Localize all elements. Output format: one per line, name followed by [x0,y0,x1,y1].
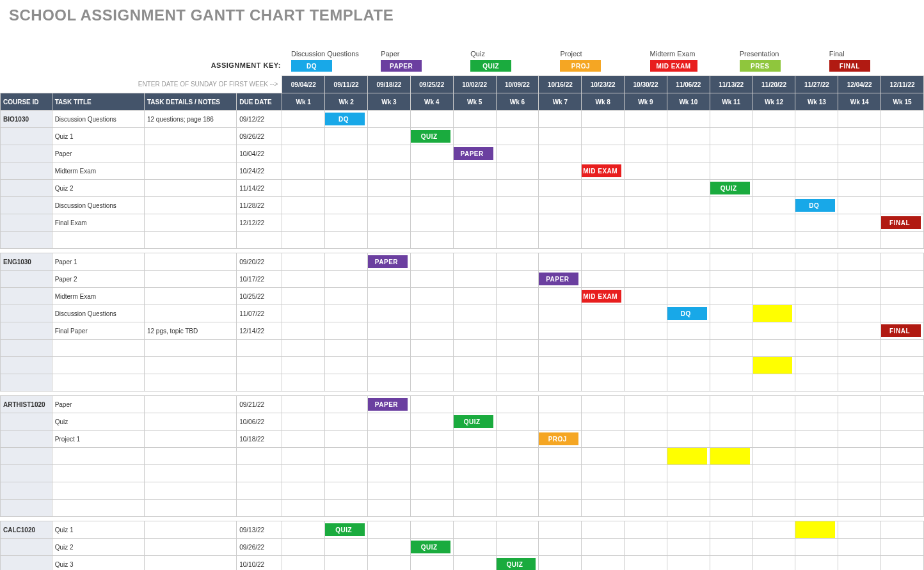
gantt-cell[interactable] [625,340,667,357]
gantt-cell[interactable] [282,340,325,357]
notes-cell[interactable] [144,556,236,571]
gantt-cell[interactable] [282,214,325,232]
gantt-cell[interactable] [838,521,881,539]
gantt-cell[interactable]: MID EXAM [582,162,625,180]
gantt-cell[interactable] [710,214,753,232]
gantt-cell[interactable] [539,180,582,197]
gantt-cell[interactable] [838,500,881,517]
gantt-cell[interactable] [539,162,582,180]
gantt-cell[interactable] [282,162,325,180]
gantt-cell[interactable] [753,197,795,214]
gantt-cell[interactable] [368,305,411,322]
gantt-cell[interactable] [881,271,924,288]
gantt-cell[interactable] [539,232,582,249]
gantt-cell[interactable] [582,214,625,232]
gantt-cell[interactable] [710,482,753,500]
gantt-cell[interactable] [410,305,453,322]
gantt-cell[interactable] [667,288,710,305]
task-cell[interactable]: Project 1 [52,431,144,448]
gantt-cell[interactable] [282,288,325,305]
gantt-cell[interactable] [410,145,453,162]
gantt-cell[interactable] [625,396,667,413]
due-cell[interactable]: 10/06/22 [237,413,282,431]
course-cell[interactable] [1,465,52,482]
gantt-cell[interactable] [710,162,753,180]
gantt-cell[interactable] [496,111,539,128]
course-cell[interactable] [1,162,52,180]
notes-cell[interactable] [144,413,236,431]
notes-cell[interactable] [144,521,236,539]
gantt-cell[interactable] [539,374,582,392]
gantt-cell[interactable] [710,465,753,482]
gantt-cell[interactable] [881,232,924,249]
gantt-cell[interactable] [753,305,795,322]
due-cell[interactable]: 09/20/22 [237,253,282,271]
gantt-cell[interactable] [453,396,496,413]
notes-cell[interactable] [144,305,236,322]
gantt-cell[interactable] [325,448,368,465]
gantt-cell[interactable] [582,145,625,162]
gantt-cell[interactable] [325,322,368,340]
gantt-cell[interactable] [625,128,667,145]
gantt-cell[interactable] [368,232,411,249]
gantt-cell[interactable] [282,521,325,539]
gantt-cell[interactable] [539,197,582,214]
gantt-cell[interactable] [496,413,539,431]
gantt-cell[interactable] [838,322,881,340]
gantt-cell[interactable] [325,413,368,431]
gantt-cell[interactable] [667,128,710,145]
gantt-cell[interactable] [881,482,924,500]
gantt-cell[interactable] [625,482,667,500]
gantt-cell[interactable] [582,374,625,392]
gantt-cell[interactable] [368,357,411,374]
task-cell[interactable]: Quiz 2 [52,180,144,197]
notes-cell[interactable] [144,500,236,517]
gantt-cell[interactable] [453,111,496,128]
due-cell[interactable]: 10/17/22 [237,271,282,288]
gantt-cell[interactable] [453,340,496,357]
gantt-cell[interactable] [539,128,582,145]
gantt-cell[interactable] [453,465,496,482]
gantt-cell[interactable] [795,232,838,249]
gantt-cell[interactable] [881,500,924,517]
gantt-cell[interactable] [582,180,625,197]
due-cell[interactable] [237,500,282,517]
due-cell[interactable]: 09/26/22 [237,539,282,556]
gantt-cell[interactable] [496,374,539,392]
gantt-cell[interactable] [710,413,753,431]
gantt-cell[interactable] [625,431,667,448]
task-cell[interactable]: Discussion Questions [52,111,144,128]
gantt-cell[interactable] [282,396,325,413]
gantt-cell[interactable] [410,111,453,128]
date-header[interactable]: 12/04/22 [838,76,881,93]
gantt-cell[interactable] [667,340,710,357]
gantt-cell[interactable] [496,305,539,322]
gantt-cell[interactable] [753,322,795,340]
notes-cell[interactable] [144,340,236,357]
gantt-cell[interactable] [325,500,368,517]
gantt-cell[interactable] [625,232,667,249]
gantt-cell[interactable] [282,448,325,465]
due-cell[interactable] [237,340,282,357]
gantt-cell[interactable] [410,357,453,374]
gantt-cell[interactable] [282,253,325,271]
gantt-cell[interactable] [410,232,453,249]
course-cell[interactable] [1,448,52,465]
gantt-cell[interactable] [667,253,710,271]
gantt-cell[interactable] [838,413,881,431]
gantt-cell[interactable] [410,271,453,288]
gantt-cell[interactable]: QUIZ [453,413,496,431]
gantt-cell[interactable] [325,305,368,322]
notes-cell[interactable] [144,253,236,271]
gantt-cell[interactable] [881,357,924,374]
gantt-cell[interactable] [496,431,539,448]
gantt-cell[interactable] [753,145,795,162]
gantt-cell[interactable] [881,180,924,197]
gantt-cell[interactable] [368,162,411,180]
gantt-cell[interactable] [582,232,625,249]
task-cell[interactable]: Final Exam [52,214,144,232]
gantt-cell[interactable] [582,253,625,271]
gantt-cell[interactable] [838,431,881,448]
due-cell[interactable] [237,232,282,249]
due-cell[interactable]: 12/14/22 [237,322,282,340]
